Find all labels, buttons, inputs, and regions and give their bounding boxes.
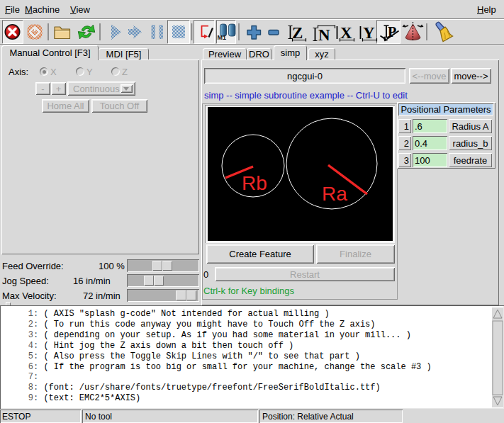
svg-text:M1: M1 xyxy=(218,34,227,41)
svg-text:Y: Y xyxy=(363,24,375,42)
svg-text:Rb: Rb xyxy=(242,172,267,194)
svg-text:Ra: Ra xyxy=(322,183,347,205)
svg-text:N: N xyxy=(318,26,330,44)
svg-text:X: X xyxy=(340,24,352,42)
svg-text:Z: Z xyxy=(292,24,303,42)
